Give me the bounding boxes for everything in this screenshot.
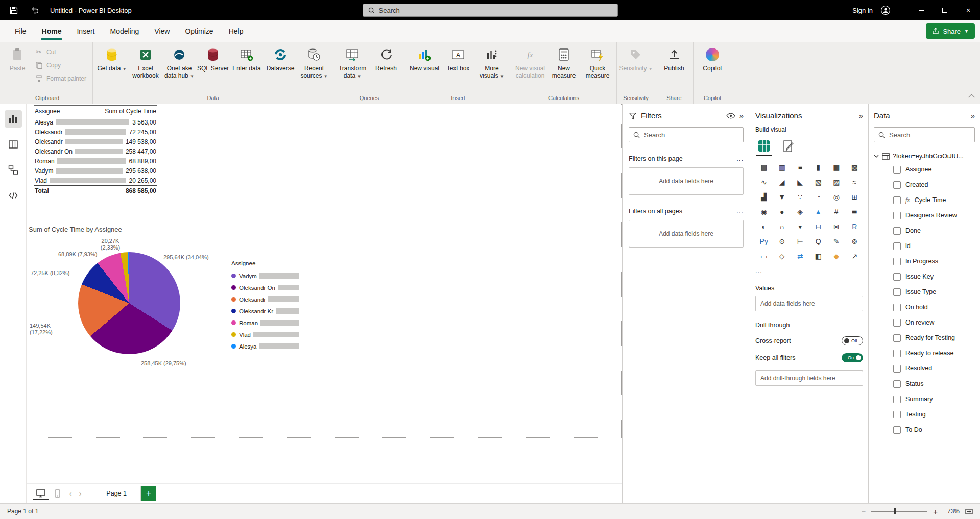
field-row[interactable]: fx Summary xyxy=(874,391,975,407)
legend-item[interactable]: Alesya xyxy=(231,340,299,352)
field-checkbox[interactable] xyxy=(893,196,901,204)
table-row[interactable]: Oleksandr 72 245,00 xyxy=(34,127,157,137)
menu-help[interactable]: Help xyxy=(221,20,251,42)
power-apps-icon[interactable]: ◇ xyxy=(774,250,791,263)
collapse-pane-icon[interactable]: » xyxy=(739,111,744,120)
recent-sources-button[interactable]: Recent sources ▼ xyxy=(297,43,331,89)
funnel-chart-icon[interactable]: ▼ xyxy=(774,190,791,204)
next-page-icon[interactable]: › xyxy=(76,489,85,498)
field-checkbox[interactable] xyxy=(893,350,901,357)
get-data-button[interactable]: Get data ▼ xyxy=(95,43,129,89)
field-row[interactable]: fx Issue Type xyxy=(874,284,975,300)
field-checkbox[interactable] xyxy=(893,365,901,373)
field-checkbox[interactable] xyxy=(893,380,901,388)
legend-item[interactable]: Oleksandr Kr xyxy=(231,305,299,317)
field-row[interactable]: fx Testing xyxy=(874,407,975,422)
format-visual-mode-button[interactable] xyxy=(781,137,796,156)
line-and-stacked-column-chart-icon[interactable]: ▧ xyxy=(810,176,827,189)
field-row[interactable]: fx Done xyxy=(874,223,975,238)
multi-row-card-icon[interactable]: ≣ xyxy=(846,205,864,218)
matrix-icon[interactable]: ⊠ xyxy=(828,220,845,233)
clustered-column-chart-icon[interactable]: ▮ xyxy=(810,161,827,174)
donut-chart-icon[interactable]: ◎ xyxy=(828,190,845,204)
previous-page-icon[interactable]: ‹ xyxy=(66,489,76,498)
ribbon-chart-icon[interactable]: ≈ xyxy=(846,176,864,189)
menu-file[interactable]: File xyxy=(7,20,34,42)
hundred-stacked-bar-chart-icon[interactable]: ▦ xyxy=(828,161,845,174)
collapse-ribbon-icon[interactable] xyxy=(968,94,975,101)
field-checkbox[interactable] xyxy=(893,258,901,265)
field-checkbox[interactable] xyxy=(893,411,901,418)
field-row[interactable]: fx On hold xyxy=(874,300,975,315)
model-view-button[interactable] xyxy=(5,161,22,179)
refresh-button[interactable]: Refresh xyxy=(369,43,403,89)
stacked-area-chart-icon[interactable]: ◣ xyxy=(792,176,809,189)
metrics-icon[interactable]: ⊚ xyxy=(846,235,864,248)
enter-data-button[interactable]: Enter data xyxy=(230,43,264,89)
onelake-data-hub-button[interactable]: OneLake data hub ▼ xyxy=(162,43,196,89)
table-row[interactable]: Vlad 20 265,00 xyxy=(34,176,157,185)
maximize-button[interactable] xyxy=(933,0,957,20)
drill-through-dropzone[interactable]: Add drill-through fields here xyxy=(755,370,863,386)
legend-item[interactable]: Roman xyxy=(231,317,299,329)
r-script-visual-icon[interactable]: R xyxy=(846,220,864,233)
field-row[interactable]: fx Cycle Time xyxy=(874,192,975,208)
sql-server-button[interactable]: SQL Server xyxy=(196,43,230,89)
field-row[interactable]: fx In Progress xyxy=(874,254,975,269)
save-icon[interactable] xyxy=(7,4,20,17)
more-options-icon[interactable]: ... xyxy=(755,267,863,275)
field-checkbox[interactable] xyxy=(893,242,901,250)
python-visual-icon[interactable]: Py xyxy=(755,235,773,248)
table-view-button[interactable] xyxy=(5,136,22,153)
area-chart-icon[interactable]: ◢ xyxy=(774,176,791,189)
table-row[interactable]: Oleksandr On 258 447,00 xyxy=(34,146,157,156)
line-chart-icon[interactable]: ∿ xyxy=(755,176,773,189)
search-input[interactable] xyxy=(379,7,612,14)
table-visual[interactable]: Assignee Sum of Cycle Time Alesya 3 563,… xyxy=(34,105,157,196)
menu-insert[interactable]: Insert xyxy=(69,20,102,42)
pie-chart-icon[interactable]: ◔ xyxy=(810,190,827,204)
data-search[interactable] xyxy=(874,127,975,142)
copy-button[interactable]: Copy xyxy=(31,59,90,71)
data-search-input[interactable] xyxy=(889,131,970,139)
format-painter-button[interactable]: Format painter xyxy=(31,72,90,84)
decomposition-tree-icon[interactable]: ⊢ xyxy=(792,235,809,248)
treemap-icon[interactable]: ⊞ xyxy=(846,190,864,204)
pie-chart[interactable] xyxy=(78,252,180,354)
field-checkbox[interactable] xyxy=(893,212,901,219)
azure-map-icon[interactable]: ▲ xyxy=(810,205,827,218)
field-row[interactable]: fx Ready for Testing xyxy=(874,330,975,345)
zoom-in-icon[interactable]: + xyxy=(933,507,938,516)
field-checkbox[interactable] xyxy=(893,166,901,174)
copilot-button[interactable]: Copilot xyxy=(696,43,729,89)
report-canvas[interactable]: Assignee Sum of Cycle Time Alesya 3 563,… xyxy=(27,104,622,483)
table-row[interactable]: Oleksandr 149 538,00 xyxy=(34,137,157,146)
legend-item[interactable]: Vlad xyxy=(231,329,299,340)
stacked-bar-chart-icon[interactable]: ▤ xyxy=(755,161,773,174)
table-row[interactable]: Vadym 295 638,00 xyxy=(34,166,157,176)
desktop-layout-button[interactable] xyxy=(33,487,49,500)
performance-visual-icon[interactable]: ◆ xyxy=(828,250,845,263)
field-checkbox[interactable] xyxy=(893,396,901,403)
map-icon[interactable]: ◉ xyxy=(755,205,773,218)
new-visual-calculation-button[interactable]: fx New visual calculation xyxy=(513,43,547,89)
qna-visual-icon[interactable]: Q xyxy=(810,235,827,248)
gauge-icon[interactable]: ∩ xyxy=(774,220,791,233)
avatar-icon[interactable] xyxy=(877,0,894,20)
field-checkbox[interactable] xyxy=(893,288,901,296)
paginated-report-icon[interactable]: ▭ xyxy=(755,250,773,263)
text-box-button[interactable]: A Text box xyxy=(441,43,475,89)
field-checkbox[interactable] xyxy=(893,334,901,342)
smart-narrative-icon[interactable]: ✎ xyxy=(828,235,845,248)
card-icon[interactable]: # xyxy=(828,205,845,218)
menu-modeling[interactable]: Modeling xyxy=(102,20,147,42)
waterfall-chart-icon[interactable]: ▟ xyxy=(755,190,773,204)
publish-button[interactable]: Publish xyxy=(657,43,691,89)
pie-visual[interactable]: Sum of Cycle Time by Assignee 295,64K (3… xyxy=(29,226,335,394)
field-checkbox[interactable] xyxy=(893,273,901,281)
field-checkbox[interactable] xyxy=(893,319,901,327)
filters-all-dropzone[interactable]: Add data fields here xyxy=(629,220,744,248)
build-visual-mode-button[interactable] xyxy=(756,137,772,156)
zoom-slider-handle[interactable] xyxy=(894,508,896,514)
paste-button[interactable]: Paste xyxy=(4,43,31,89)
